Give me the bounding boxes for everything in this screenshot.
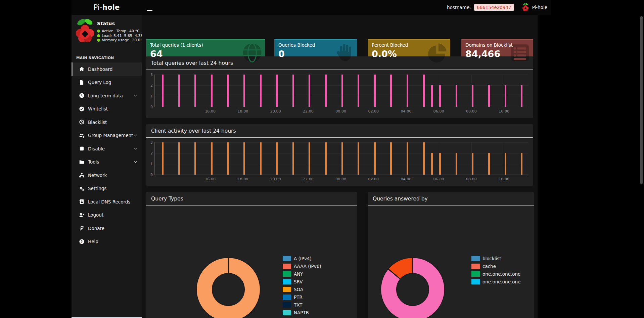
bar-0405 [407,142,408,175]
bar-2005 [276,142,278,175]
legend-swatch [283,264,291,269]
scrollbar-thumb[interactable] [640,16,643,184]
content-area: Total queries (1 clients)64Queries Block… [142,15,538,318]
legend-item-naptr[interactable]: NAPTR [283,310,321,315]
load-value: 5.41 5.65 4.38 [113,34,143,38]
x-axis-label: 00:00 [333,177,348,181]
card-value: 0.0% [368,48,450,59]
x-axis-label: 10:00 [497,177,511,181]
x-axis-label: 20:00 [268,177,283,181]
sidebar-item-label: Network [88,173,107,178]
sidebar-item-label: Whitelist [88,106,108,111]
bar-0705 [456,153,457,175]
bar-1305 [162,142,164,175]
bar-1705 [227,75,229,107]
sidebar-item-network[interactable]: Network [72,169,142,182]
home-icon [79,66,85,72]
chevron-down-icon [133,93,138,98]
sidebar-item-group-management[interactable]: Group Management [72,129,142,142]
bar-1705 [227,142,229,175]
sidebar-item-query-log[interactable]: Query Log [72,76,142,89]
sidebar-item-settings[interactable]: Settings [72,182,142,195]
bar-0905 [488,85,490,107]
logout-icon [79,212,85,218]
sidebar-item-dashboard[interactable]: Dashboard [72,62,142,76]
sidebar-item-long-term-data[interactable]: Long term data [72,89,142,102]
legend-item-cache[interactable]: cache [471,264,520,269]
chevron-down-icon [133,160,138,164]
folder-icon [79,159,85,165]
bar-0905 [488,153,490,175]
legend-swatch [283,287,291,292]
x-axis-label: 08:00 [464,109,479,113]
panel-title: Query Types [151,196,183,202]
hamburger-menu-icon[interactable] [146,4,153,11]
x-axis-label: 20:00 [268,109,283,113]
bar-1805 [243,142,245,175]
card-label: Percent Blocked [368,40,450,48]
legend-item-ptr[interactable]: PTR [283,294,321,300]
card-label: Total queries (1 clients) [146,40,265,48]
bar-2305 [325,142,327,175]
sidebar-item-label: Logout [88,212,103,218]
legend-label: PTR [294,294,303,300]
legend-item-blocklist[interactable]: blocklist [471,256,520,261]
legend-item-txt[interactable]: TXT [283,302,321,308]
users-gear-icon [79,133,85,138]
panel-title: Client activity over last 24 hours [151,128,236,134]
sidebar-item-label: Group Management [88,133,133,138]
sidebar-item-donate[interactable]: Donate [72,222,142,235]
pihole-dashboard: Pi-hole hostname: 666154e2d947 Pi-hole S… [0,0,644,318]
legend-item-soa[interactable]: SOA [283,287,321,292]
y-axis-label: 1 [147,94,153,98]
legend-swatch [471,279,480,284]
legend-item-one-one-one-one[interactable]: one.one.one.one [471,271,520,277]
legend-swatch [283,279,291,284]
legend-item-aaaa-ipv6[interactable]: AAAA (IPv6) [283,264,321,269]
sidebar-item-label: Settings [88,186,106,191]
legend-item-a-ipv4[interactable]: A (IPv4) [283,256,321,261]
bar-0005 [341,142,343,175]
legend-label: SRV [294,279,303,284]
raspberry-icon [522,3,529,12]
legend-label: NAPTR [294,310,309,315]
bar-1105 [521,85,522,107]
legend-label: TXT [294,302,303,308]
bar-1105 [521,153,522,175]
brand-bold: hole [102,3,120,11]
bar-1005 [505,85,506,107]
bar-1605 [211,142,213,175]
bar-1505 [194,142,196,175]
bar-1405 [178,75,180,107]
bar-0705 [456,85,457,107]
bar-0005 [341,75,343,107]
sidebar-item-logout[interactable]: Logout [72,209,142,222]
x-axis-label: 02:00 [366,177,381,181]
legend-item-any[interactable]: ANY [283,271,321,277]
status-active-label: Active [102,29,113,34]
brand-logo[interactable]: Pi-hole [72,0,142,15]
bar-0505 [423,142,425,175]
bar-1505 [194,75,196,107]
paypal-icon [79,225,85,231]
legend-label: ANY [294,271,303,277]
panel-title: Total queries over last 24 hours [151,60,233,66]
bar-0805 [472,85,473,107]
bar-1605 [211,75,213,107]
legend-swatch [471,264,480,269]
sidebar-item-label: Local DNS Records [88,199,130,205]
chevron-down-icon [133,133,138,138]
sidebar-item-help[interactable]: Help [72,235,142,248]
sidebar-item-whitelist[interactable]: Whitelist [72,102,142,116]
status-title: Status [97,21,139,26]
legend-label: A (IPv4) [294,256,312,261]
sidebar-item-local-dns-records[interactable]: Local DNS Records [72,195,142,209]
sidebar-item-blacklist[interactable]: Blacklist [72,116,142,129]
y-axis-label: 0 [147,105,153,109]
sidebar-item-disable[interactable]: Disable [72,142,142,155]
sidebar-item-tools[interactable]: Tools [72,155,142,169]
x-axis-label: 22:00 [301,177,316,181]
gears-icon [79,186,85,191]
legend-item-srv[interactable]: SRV [283,279,321,284]
legend-item-one-one-one-one[interactable]: one.one.one.one [471,279,520,284]
